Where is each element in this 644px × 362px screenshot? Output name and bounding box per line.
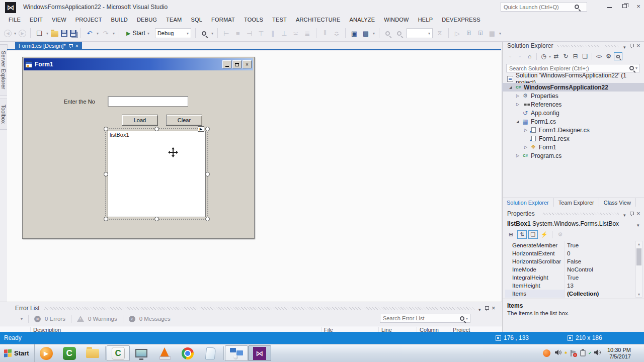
properties-view-icon[interactable]: ❏ (528, 230, 538, 239)
chevron-expanded-icon[interactable] (509, 85, 514, 89)
properties-scrollbar[interactable]: ▲ ▼ (635, 241, 642, 298)
properties-wrench-icon[interactable]: ⚙ (604, 52, 613, 60)
tree-row-solution[interactable]: Solution 'WindowsFormsApplication22' (1 … (502, 74, 644, 83)
chevron-down-icon[interactable]: ▾ (635, 66, 637, 70)
property-row[interactable]: GenerateMember True (505, 241, 635, 249)
chevron-down-icon[interactable]: ▾ (14, 31, 16, 36)
chevron-down-icon[interactable]: ▾ (549, 54, 551, 59)
chevron-expanded-icon[interactable] (516, 119, 521, 124)
tree-row-programcs[interactable]: Program.cs (502, 151, 644, 160)
listbox-selection-frame[interactable]: listBox1 ▶ (105, 128, 208, 220)
same-width-icon[interactable]: ≍ (291, 29, 300, 38)
zoom-in-icon[interactable] (383, 29, 392, 38)
close-icon[interactable] (636, 42, 640, 49)
view-code-icon[interactable]: <> (595, 52, 603, 60)
solution-explorer-search-input[interactable] (507, 65, 619, 71)
chevron-down-icon[interactable]: ▾ (21, 317, 23, 321)
zoom-level-combo[interactable]: ▾ (407, 28, 433, 38)
quick-launch-box[interactable] (501, 2, 587, 12)
save-all-icon[interactable] (70, 30, 76, 37)
forward-icon[interactable]: ◦ (516, 52, 524, 60)
clear-button[interactable]: Clear (166, 115, 202, 126)
property-pages-icon[interactable]: ⚙ (555, 230, 565, 239)
check-in-icon[interactable]: ⍐ (464, 29, 473, 38)
clock[interactable]: 10:30 PM 7/5/2017 (605, 347, 633, 360)
errors-count[interactable]: 0 Errors (45, 316, 65, 322)
volume-icon[interactable] (554, 349, 562, 357)
align-middles-icon[interactable]: ∥ (268, 29, 277, 38)
chevron-down-icon[interactable]: ▾ (46, 31, 48, 36)
same-height-icon[interactable]: ≣ (303, 29, 312, 38)
align-centers-icon[interactable]: ≡ (233, 29, 243, 38)
resize-handle-middle-right[interactable] (205, 172, 210, 176)
preview-selected-items-icon[interactable] (614, 52, 622, 60)
enter-the-no-label[interactable]: Enter the No (64, 99, 95, 105)
resize-handle-bottom-center[interactable] (154, 217, 159, 221)
menu-file[interactable]: FILE (4, 15, 25, 24)
tab-form1-design[interactable]: Form1.cs [Design]* × (15, 42, 82, 50)
close-icon[interactable] (636, 210, 640, 217)
resize-handle-top-right[interactable] (205, 127, 210, 131)
collapse-all-icon[interactable]: ⊟ (571, 52, 580, 60)
property-row[interactable]: IntegralHeight True (505, 274, 635, 282)
menu-build[interactable]: BUILD (107, 15, 132, 24)
chevron-down-icon[interactable]: ▾ (113, 31, 115, 36)
property-row[interactable]: HorizontalScrollbar False (505, 257, 635, 265)
scroll-up-icon[interactable]: ▲ (636, 241, 642, 247)
smart-tag-button[interactable]: ▶ (198, 126, 204, 132)
send-to-back-icon[interactable]: ▤ (361, 29, 370, 38)
menu-sql[interactable]: SQL (186, 15, 207, 24)
events-lightning-icon[interactable]: ⚡ (539, 230, 549, 239)
menu-devexpress[interactable]: DEVEXPRESS (437, 15, 485, 24)
tab-solution-explorer[interactable]: Solution Explorer (502, 198, 554, 207)
save-icon[interactable] (61, 30, 67, 37)
drag-hatch[interactable] (44, 307, 474, 310)
compare-icon[interactable]: ▦ (488, 29, 497, 38)
resize-handle-bottom-right[interactable] (205, 217, 210, 221)
tree-row-appconfig[interactable]: App.config (502, 109, 644, 117)
menu-debug[interactable]: DEBUG (132, 15, 162, 24)
scroll-down-icon[interactable]: ▼ (636, 292, 642, 297)
messages-count[interactable]: 0 Messages (139, 316, 171, 322)
align-bottoms-icon[interactable]: ⊥ (280, 29, 289, 38)
action-center-flag-icon[interactable]: × (570, 350, 576, 356)
taskbar-visual-studio-button[interactable] (248, 345, 271, 361)
home-icon[interactable]: ⌂ (525, 52, 534, 60)
taskbar-camtasia-button[interactable] (58, 345, 81, 361)
chevron-collapsed-icon[interactable] (524, 145, 529, 149)
tree-row-designer[interactable]: Form1.Designer.cs (502, 126, 644, 134)
tab-order-icon[interactable]: ⧖ (435, 29, 444, 38)
chevron-collapsed-icon[interactable] (516, 94, 521, 98)
volume-icon[interactable] (594, 349, 601, 357)
tree-row-references[interactable]: References (502, 100, 644, 109)
navigate-forward-icon[interactable]: ▶ (19, 30, 26, 37)
resize-handle-bottom-left[interactable] (104, 217, 108, 221)
chevron-down-icon[interactable]: ▾ (499, 31, 501, 36)
resize-handle-top-left[interactable] (104, 127, 108, 131)
show-all-files-icon[interactable]: ❏ (581, 52, 589, 60)
navigate-back-icon[interactable]: ◀ (4, 30, 12, 37)
back-icon[interactable]: ◦ (506, 52, 515, 60)
error-list-search-box[interactable]: ▾ (380, 314, 470, 323)
taskbar-vlc-button[interactable] (153, 345, 176, 361)
property-row[interactable]: HorizontalExtent 0 (505, 249, 635, 257)
sync-with-active-document-icon[interactable]: ⇄ (552, 52, 560, 60)
vertical-spacing-icon[interactable]: ≎ (332, 29, 341, 38)
tree-row-properties[interactable]: Properties (502, 92, 644, 100)
search-icon[interactable] (575, 5, 579, 9)
chevron-down-icon[interactable] (478, 306, 481, 313)
taskbar-camtasia-recorder-button[interactable] (107, 345, 130, 361)
pending-changes-filter-icon[interactable]: ◷ (539, 52, 548, 60)
tree-row-resx[interactable]: Form1.resx (502, 134, 644, 143)
number-textbox[interactable] (108, 96, 188, 107)
tree-row-form1class[interactable]: Form1 (502, 143, 644, 151)
menu-architecture[interactable]: ARCHITECTURE (291, 15, 345, 24)
menu-project[interactable]: PROJECT (71, 15, 107, 24)
load-button[interactable]: Load (122, 115, 158, 126)
taskbar-chrome-button[interactable] (176, 345, 199, 361)
refresh-icon[interactable]: ↻ (561, 52, 570, 60)
pin-icon[interactable] (69, 44, 72, 48)
chevron-collapsed-icon[interactable] (516, 102, 521, 107)
splitter[interactable] (503, 299, 644, 299)
clipboard-icon[interactable] (580, 350, 586, 356)
